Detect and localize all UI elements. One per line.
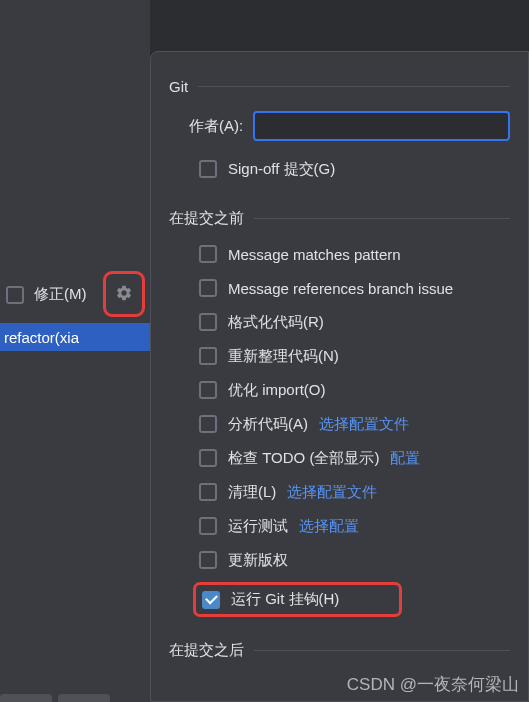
signoff-checkbox[interactable] bbox=[199, 160, 217, 178]
checkbox[interactable] bbox=[199, 415, 217, 433]
link-select-profile[interactable]: 选择配置文件 bbox=[319, 415, 409, 434]
tab-stub[interactable] bbox=[0, 694, 52, 702]
signoff-label: Sign-off 提交(G) bbox=[228, 160, 335, 179]
commit-sidebar: 修正(M) refactor(xia bbox=[0, 0, 150, 702]
checkbox[interactable] bbox=[199, 517, 217, 535]
before-commit-title: 在提交之前 bbox=[169, 209, 510, 228]
option-label: 分析代码(A) bbox=[228, 415, 308, 434]
checkbox[interactable] bbox=[199, 449, 217, 467]
after-title-text: 在提交之后 bbox=[169, 641, 244, 660]
option-run-tests: 运行测试 选择配置 bbox=[199, 514, 510, 538]
commit-message-preview[interactable]: refactor(xia bbox=[0, 323, 150, 351]
commit-options-popup: Git 作者(A): Sign-off 提交(G) 在提交之前 Message … bbox=[150, 51, 529, 702]
commit-message-text: refactor(xia bbox=[4, 329, 79, 346]
link-select-config[interactable]: 选择配置 bbox=[299, 517, 359, 536]
option-label: 格式化代码(R) bbox=[228, 313, 324, 332]
option-format-code: 格式化代码(R) bbox=[199, 310, 510, 334]
option-cleanup: 清理(L) 选择配置文件 bbox=[199, 480, 510, 504]
option-label: 运行 Git 挂钩(H) bbox=[231, 590, 339, 609]
signoff-row: Sign-off 提交(G) bbox=[199, 157, 510, 181]
settings-highlight bbox=[103, 271, 145, 317]
option-label: 清理(L) bbox=[228, 483, 276, 502]
option-label: 重新整理代码(N) bbox=[228, 347, 339, 366]
amend-checkbox[interactable] bbox=[6, 286, 24, 304]
option-label: Message references branch issue bbox=[228, 280, 453, 297]
checkbox[interactable] bbox=[199, 279, 217, 297]
author-label: 作者(A): bbox=[189, 117, 243, 136]
option-rearrange-code: 重新整理代码(N) bbox=[199, 344, 510, 368]
checkbox[interactable] bbox=[199, 551, 217, 569]
amend-label: 修正(M) bbox=[34, 285, 87, 304]
checkbox[interactable] bbox=[199, 483, 217, 501]
bottom-tabs bbox=[0, 694, 110, 702]
author-row: 作者(A): bbox=[189, 111, 510, 141]
divider bbox=[198, 86, 510, 87]
before-title-text: 在提交之前 bbox=[169, 209, 244, 228]
checkbox[interactable] bbox=[202, 591, 220, 609]
option-label: 优化 import(O) bbox=[228, 381, 326, 400]
git-title-text: Git bbox=[169, 78, 188, 95]
option-label: 检查 TODO (全部显示) bbox=[228, 449, 379, 468]
option-run-git-hooks: 运行 Git 挂钩(H) bbox=[193, 582, 402, 617]
checkbox[interactable] bbox=[199, 245, 217, 263]
option-optimize-imports: 优化 import(O) bbox=[199, 378, 510, 402]
author-input[interactable] bbox=[253, 111, 510, 141]
checkbox[interactable] bbox=[199, 347, 217, 365]
divider bbox=[254, 218, 510, 219]
option-analyze-code: 分析代码(A) 选择配置文件 bbox=[199, 412, 510, 436]
checkbox[interactable] bbox=[199, 381, 217, 399]
tab-stub[interactable] bbox=[58, 694, 110, 702]
link-select-profile[interactable]: 选择配置文件 bbox=[287, 483, 377, 502]
option-message-branch: Message references branch issue bbox=[199, 276, 510, 300]
option-message-matches: Message matches pattern bbox=[199, 242, 510, 266]
option-update-copyright: 更新版权 bbox=[199, 548, 510, 572]
after-commit-title: 在提交之后 bbox=[169, 641, 510, 660]
watermark: CSDN @一夜奈何梁山 bbox=[347, 673, 519, 696]
divider bbox=[254, 650, 510, 651]
option-label: 更新版权 bbox=[228, 551, 288, 570]
gear-icon[interactable] bbox=[115, 284, 133, 305]
option-label: Message matches pattern bbox=[228, 246, 401, 263]
checkbox[interactable] bbox=[199, 313, 217, 331]
git-section-title: Git bbox=[169, 78, 510, 95]
option-check-todo: 检查 TODO (全部显示) 配置 bbox=[199, 446, 510, 470]
link-configure[interactable]: 配置 bbox=[390, 449, 420, 468]
option-label: 运行测试 bbox=[228, 517, 288, 536]
